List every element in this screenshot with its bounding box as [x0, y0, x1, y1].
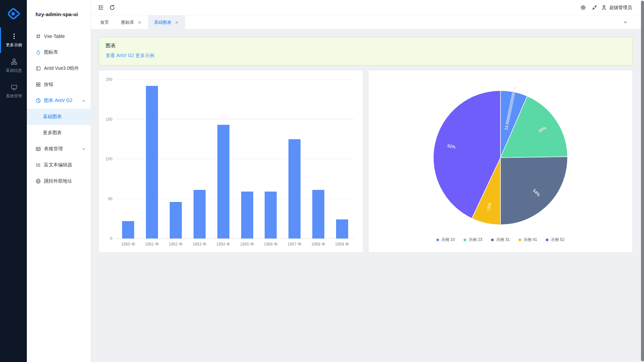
bar-1959年[interactable] — [336, 219, 348, 239]
app-logo[interactable] — [0, 0, 27, 28]
layout-icon — [36, 66, 41, 71]
gear-icon — [580, 5, 586, 10]
legend-marker — [519, 239, 521, 241]
x-axis-label: 1954 年 — [211, 242, 235, 247]
x-axis-label: 1959 年 — [330, 242, 354, 247]
bar-1954年[interactable] — [217, 125, 229, 239]
sidebar-item-vxe-table[interactable]: Vxe-Table — [27, 28, 91, 44]
rail-item-label: 更多示例 — [6, 42, 22, 48]
legend-label: 示例 23 — [469, 237, 482, 243]
sidebar-item-label: 表格管理 — [44, 146, 78, 152]
bar-1953年[interactable] — [194, 190, 206, 239]
sidebar-item-table-manage[interactable]: 表格管理 — [27, 141, 91, 157]
legend-label: 示例 31 — [496, 237, 510, 243]
x-axis-label: 1953 年 — [188, 242, 212, 247]
sidebar-item-label: 更多图表 — [43, 130, 86, 136]
tab-label: 首页 — [100, 19, 109, 25]
bar-1956年[interactable] — [265, 192, 277, 239]
menu-fold-icon — [98, 5, 104, 10]
sidebar-item-label: 按钮 — [44, 82, 86, 88]
compress-icon — [592, 5, 597, 10]
bar-slot — [259, 80, 283, 239]
tab-基础图表[interactable]: 基础图表 — [148, 15, 185, 29]
sidebar-item-icon-library[interactable]: 图标库 — [27, 44, 91, 60]
page-content: 图表 查看 AntV G2 更多示例 050100150200 1950 年19… — [91, 30, 644, 362]
sidebar-item-more-charts[interactable]: 更多图表 — [27, 125, 91, 141]
legend-marker — [491, 239, 494, 241]
sidebar-item-label: 富文本编辑器 — [44, 162, 86, 168]
pie-chart: 14.000000000000002%39%54%15%92% — [433, 91, 568, 225]
bar-1955年[interactable] — [241, 192, 253, 239]
tabs-dropdown-button[interactable] — [618, 15, 633, 29]
left-rail: 更多示例基础信息系统管理 — [0, 0, 27, 362]
fullscreen-button[interactable] — [589, 2, 600, 13]
user-menu[interactable]: 超级管理员 — [600, 2, 632, 13]
bar-1951年[interactable] — [146, 86, 158, 239]
close-icon — [174, 20, 179, 25]
bar-slot — [164, 80, 188, 239]
sidebar-item-label: 基础图表 — [43, 114, 86, 120]
tab-首页[interactable]: 首页 — [94, 15, 115, 29]
bar-slot — [235, 80, 259, 239]
sidebar-item-label: 图表 AntV G2 — [44, 98, 78, 104]
bar-slot — [140, 80, 164, 239]
bar-1952年[interactable] — [170, 202, 182, 239]
pie-chart-card: 14.000000000000002%39%54%15%92% 示例 10示例 … — [368, 70, 633, 253]
sidebar-item-rich-text[interactable]: 富文本编辑器 — [27, 157, 91, 173]
bar-1950年[interactable] — [122, 221, 134, 239]
sidebar-item-external-link[interactable]: 跳转外部地址 — [27, 173, 91, 189]
y-axis-label: 50 — [108, 197, 112, 201]
legend-marker — [464, 239, 466, 241]
antv-g2-examples-link[interactable]: 查看 AntV G2 更多示例 — [106, 53, 154, 58]
sidebar-menu: Vxe-Table图标库Antd Vue3.0组件按钮图表 AntV G2基础图… — [27, 28, 91, 189]
droplet-icon — [36, 50, 41, 55]
pie-icon — [36, 98, 41, 103]
close-icon — [137, 20, 142, 25]
chevron-down-icon — [82, 147, 86, 151]
bar-1957年[interactable] — [288, 139, 301, 239]
monitor-icon — [11, 84, 17, 91]
x-axis-label: 1958 年 — [307, 242, 330, 247]
legend-item-示例-10[interactable]: 示例 10 — [436, 237, 455, 243]
globe-icon — [36, 178, 41, 184]
sidebar: hzy-admin-spa-ui Vxe-Table图标库Antd Vue3.0… — [27, 0, 91, 362]
bar-slot — [211, 80, 235, 239]
rail-item-basic-info[interactable]: 基础信息 — [0, 53, 27, 79]
bar-chart-plot: 050100150200 — [116, 80, 354, 239]
y-axis-label: 150 — [106, 117, 112, 122]
sidebar-item-antv-g2[interactable]: 图表 AntV G2 — [27, 93, 91, 109]
tabs: 首页图标库基础图表 — [94, 15, 185, 29]
topbar: 超级管理员 — [91, 0, 644, 15]
more-dots-icon — [11, 33, 17, 40]
settings-button[interactable] — [578, 2, 589, 13]
rail-item-more-examples[interactable]: 更多示例 — [0, 28, 27, 53]
chevron-up-icon — [82, 99, 86, 103]
bar-1958年[interactable] — [312, 190, 324, 239]
username: 超级管理员 — [609, 5, 632, 11]
logo-icon — [6, 6, 21, 21]
legend-item-示例-31[interactable]: 示例 31 — [491, 237, 510, 243]
hash-icon — [36, 34, 41, 39]
refresh-button[interactable] — [106, 2, 118, 13]
sidebar-item-buttons[interactable]: 按钮 — [27, 76, 91, 93]
legend-item-示例-23[interactable]: 示例 23 — [464, 237, 482, 243]
rich-text-icon — [36, 162, 41, 168]
chart-info-alert: 图表 查看 AntV G2 更多示例 — [99, 37, 633, 65]
tab-close-button[interactable] — [174, 20, 179, 25]
sidebar-item-antd-vue[interactable]: Antd Vue3.0组件 — [27, 60, 91, 76]
sidebar-item-label: Antd Vue3.0组件 — [44, 65, 86, 71]
legend-item-示例-41[interactable]: 示例 41 — [519, 237, 537, 243]
alert-title: 图表 — [106, 43, 626, 49]
page-scrollbar[interactable] — [641, 1, 644, 361]
rail-item-system-manage[interactable]: 系统管理 — [0, 79, 27, 104]
rail-menu: 更多示例基础信息系统管理 — [0, 28, 27, 104]
x-axis-label: 1955 年 — [235, 242, 259, 247]
bar-chart-x-axis: 1950 年1951 年1952 年1953 年1954 年1955 年1956… — [116, 239, 354, 247]
sidebar-item-basic-charts[interactable]: 基础图表 — [27, 109, 91, 125]
menu-fold-button[interactable] — [95, 2, 106, 13]
legend-item-示例-52[interactable]: 示例 52 — [546, 237, 565, 243]
legend-label: 示例 10 — [441, 237, 455, 243]
tab-bar: 首页图标库基础图表 — [91, 15, 644, 30]
tab-图标库[interactable]: 图标库 — [115, 15, 148, 29]
tab-close-button[interactable] — [137, 20, 142, 25]
